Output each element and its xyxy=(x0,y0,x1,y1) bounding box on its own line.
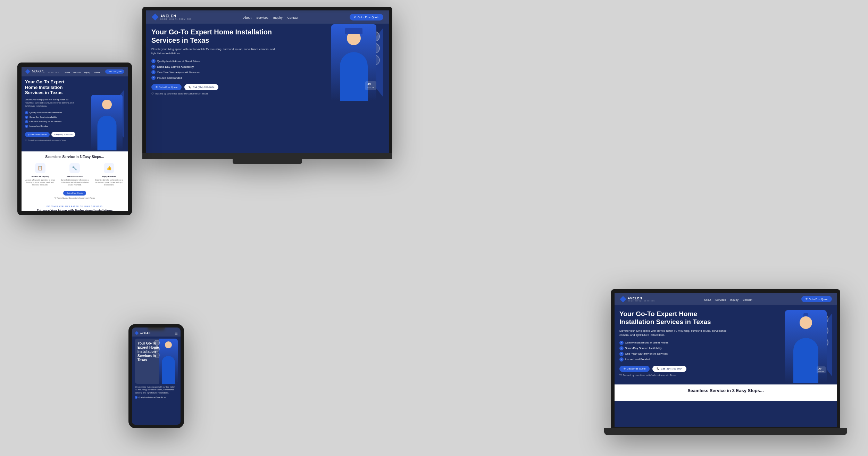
hamburger-icon[interactable]: ☰ xyxy=(175,331,178,335)
monitor-base xyxy=(233,159,302,164)
laptop-nav-links: About Services Inquiry Contact xyxy=(704,296,752,302)
tablet-hero-person xyxy=(91,95,123,150)
monitor-stand xyxy=(142,153,392,159)
nav-services[interactable]: Services xyxy=(256,16,268,19)
phone-hero-person xyxy=(159,339,178,384)
monitor-screen: AVELEN HOME VISUAL SERVICES About Servic… xyxy=(142,7,392,153)
laptop-logo: AVELEN HOME VISUAL SERVICES xyxy=(619,296,655,302)
laptop-nav-inquiry[interactable]: Inquiry xyxy=(730,298,738,301)
tablet-hero-title: Your Go-To Expert Home Installation Serv… xyxy=(25,79,76,96)
phone-person-head xyxy=(165,341,172,348)
phone-nav: AVELEN ☰ xyxy=(132,328,181,337)
tablet-steps-cta[interactable]: Get a Free Quote xyxy=(63,191,86,196)
tablet-feature-4: ✓Insured and Bonded xyxy=(25,125,76,128)
laptop-phone-icon: ✆ xyxy=(806,298,808,300)
nav-about[interactable]: About xyxy=(243,16,252,19)
phone-hero-card: Your Go-To Expert Home Installation Serv… xyxy=(135,339,178,384)
laptop-base xyxy=(604,428,847,435)
hero-desc: Elevate your living space with our top-n… xyxy=(151,47,275,56)
tablet-hero-left: Your Go-To Expert Home Installation Serv… xyxy=(25,79,76,149)
phone-svc-circles xyxy=(154,340,160,358)
nav-cta-button[interactable]: ✆ Get a Free Quote xyxy=(350,14,383,20)
tablet-shield-icon: 🛡 xyxy=(25,139,27,141)
tablet-nav: AVELEN HOME VISUAL SERVICES About Servic… xyxy=(22,67,128,76)
nav-inquiry[interactable]: Inquiry xyxy=(273,16,283,19)
phone-hero: Your Go-To Expert Home Installation Serv… xyxy=(132,337,181,402)
laptop-person-hat-brim xyxy=(803,313,808,316)
laptop-check-3: ✓ xyxy=(619,352,624,356)
laptop-nav-services[interactable]: Services xyxy=(715,298,726,301)
shield-icon: 🛡 xyxy=(151,92,154,95)
tablet-nav-contact[interactable]: Contact xyxy=(93,72,100,74)
phone-icon: ✆ xyxy=(354,16,356,19)
brand-name: AVELEN xyxy=(160,14,192,18)
laptop-check-2: ✓ xyxy=(619,346,624,350)
scene: AVELEN HOME VISUAL SERVICES About Servic… xyxy=(0,0,868,456)
tablet-person-body xyxy=(98,116,117,150)
hero-buttons: ✆ Get a Free Quote 📞 Call (214) 702-8004 xyxy=(151,84,275,90)
tablet-step-1: 📋 Submit an Inquiry Answer a few quick q… xyxy=(25,163,55,186)
feature-1: ✓Quality Installations at Great Prices xyxy=(151,59,275,63)
tablet-step-desc-3: Enjoy the benefits and experience a tran… xyxy=(94,179,124,186)
tablet-phone-icon: ✆ xyxy=(28,133,30,136)
laptop-feature-1: ✓Quality Installations at Great Prices xyxy=(619,341,733,345)
monitor-nav: AVELEN HOME VISUAL SERVICES About Servic… xyxy=(146,10,389,24)
laptop-brand-name: AVELEN xyxy=(628,297,655,300)
laptop-quote-icon: ✆ xyxy=(624,367,626,370)
tablet-hero-desc: Elevate your living space with our top-n… xyxy=(25,98,76,108)
tablet-nav-cta[interactable]: Get a Free Quote xyxy=(105,69,124,74)
tablet-feature-2: ✓Same-Day Service Availability xyxy=(25,116,76,119)
tablet-step-icon-2: 🔧 xyxy=(69,163,80,173)
laptop-screen: AVELEN HOME VISUAL SERVICES About Servic… xyxy=(611,289,840,428)
laptop-brand-tagline: HOME VISUAL SERVICES xyxy=(628,300,655,302)
laptop-person-body xyxy=(793,338,818,383)
laptop-watermark: AVAVELEN xyxy=(817,366,826,373)
tablet-cta-wrap: Get a Free Quote 🛡 Trusted by countless … xyxy=(25,189,124,199)
laptop-nav-cta[interactable]: ✆ Get a Free Quote xyxy=(801,296,832,302)
watermark-logo: AVAVELEN xyxy=(365,81,376,90)
tablet-step-desc-2: Our skilled technicians will provide a p… xyxy=(59,179,90,186)
laptop-feature-4: ✓Insured and Bonded xyxy=(619,357,733,362)
call-icon: 📞 xyxy=(189,86,192,89)
check-icon-3: ✓ xyxy=(151,70,156,74)
get-quote-button[interactable]: ✆ Get a Free Quote xyxy=(151,84,182,90)
hero-right: AVAVELEN xyxy=(279,28,383,97)
laptop-quote-btn[interactable]: ✆ Get a Free Quote xyxy=(619,366,650,372)
tablet-feature-1: ✓Quality Installations at Great Prices xyxy=(25,111,76,114)
nav-links: About Services Inquiry Contact xyxy=(243,14,298,20)
laptop-check-4: ✓ xyxy=(619,357,624,362)
check-icon-4: ✓ xyxy=(151,76,156,80)
feature-4: ✓Insured and Bonded xyxy=(151,76,275,80)
laptop-call-btn[interactable]: 📞 Call (214) 702-8004 xyxy=(652,366,686,372)
call-button[interactable]: 📞 Call (214) 702-8004 xyxy=(184,84,218,90)
feature-2: ✓Same-Day Service Availability xyxy=(151,65,275,69)
laptop-trust: 🛡 Trusted by countless satisfied custome… xyxy=(619,374,733,376)
tablet-steps-title: Seamless Service in 3 Easy Steps... xyxy=(25,155,124,159)
tablet-hero: Your Go-To Expert Home Installation Serv… xyxy=(22,76,128,151)
tablet-call-btn[interactable]: Call (214) 702-8004 xyxy=(51,132,75,137)
logo-diamond-icon xyxy=(151,13,159,21)
tablet-step-2: 🔧 Receive Service Our skilled technician… xyxy=(59,163,90,186)
phone-site-content: AVELEN ☰ Your Go-To Expert Home Installa… xyxy=(132,328,181,425)
laptop-site-content: AVELEN HOME VISUAL SERVICES About Servic… xyxy=(615,293,837,427)
monitor-site-content: AVELEN HOME VISUAL SERVICES About Servic… xyxy=(146,10,389,153)
laptop-nav-contact[interactable]: Contact xyxy=(743,298,752,301)
tablet-nav-about[interactable]: About xyxy=(65,72,70,74)
tablet-services-title: Enhance Your Home with Professional Inst… xyxy=(25,209,124,211)
laptop-nav-about[interactable]: About xyxy=(704,298,711,301)
phone-circle-1 xyxy=(154,340,160,346)
tablet-nav-inquiry[interactable]: Inquiry xyxy=(84,72,90,74)
phone-circle-3 xyxy=(154,353,160,358)
nav-contact[interactable]: Contact xyxy=(287,16,298,19)
tablet-step-title-2: Receive Service xyxy=(59,175,90,177)
tablet-quote-btn[interactable]: ✆ Get a Free Quote xyxy=(25,132,50,137)
laptop-shield-icon: 🛡 xyxy=(619,374,622,376)
trust-badge: 🛡 Trusted by countless satisfied custome… xyxy=(151,92,275,95)
monitor-logo: AVELEN HOME VISUAL SERVICES xyxy=(151,13,192,21)
tablet-nav-services[interactable]: Services xyxy=(73,72,81,74)
person-hat xyxy=(345,28,362,34)
laptop-hero-title: Your Go-To Expert Home Installation Serv… xyxy=(619,310,733,326)
quote-icon: ✆ xyxy=(156,86,158,89)
tablet-brand-tagline: HOME VISUAL SERVICES xyxy=(32,72,59,74)
tablet-steps-section: Seamless Service in 3 Easy Steps... 📋 Su… xyxy=(22,151,128,202)
